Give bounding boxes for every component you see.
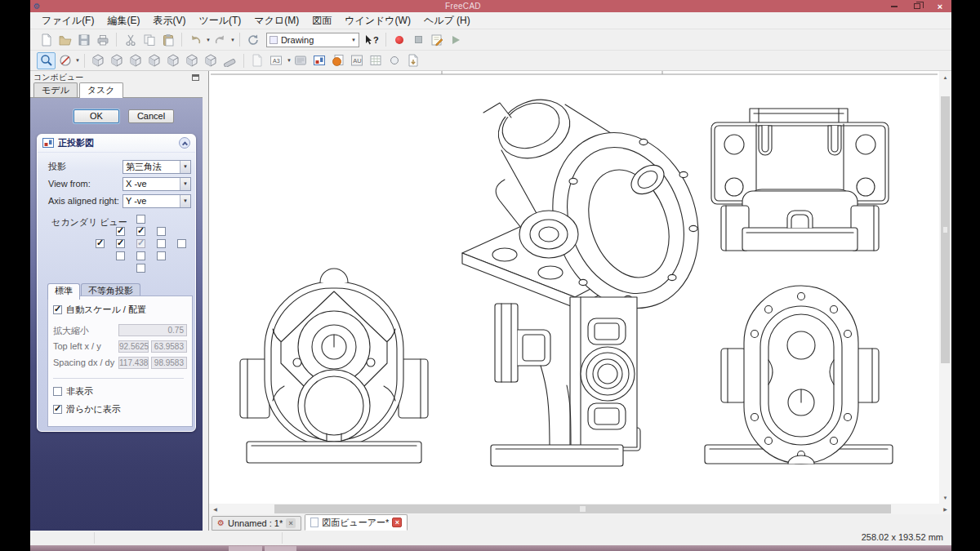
top-view-button[interactable]: [127, 52, 145, 69]
front-view-button[interactable]: [108, 52, 127, 69]
fit-all-button[interactable]: [37, 52, 56, 69]
tab-standard[interactable]: 標準: [47, 283, 80, 300]
new-file-button[interactable]: [37, 31, 56, 48]
scroll-grip: [580, 506, 586, 512]
topleft-x-input[interactable]: 92.5625: [118, 340, 149, 353]
spacing-dx-input[interactable]: 117.438: [118, 357, 149, 369]
auto-scale-checkbox[interactable]: ✓: [53, 305, 62, 314]
drawing-page-viewport[interactable]: [209, 71, 939, 504]
menu-file[interactable]: ファイル(F): [35, 12, 100, 29]
a3-template-button[interactable]: A3: [267, 52, 286, 69]
secondary-view-checkbox[interactable]: ✓: [177, 239, 186, 248]
macro-play-button[interactable]: [447, 31, 466, 48]
vertical-scroll-thumb[interactable]: [941, 96, 950, 363]
ok-button[interactable]: OK: [74, 109, 119, 123]
vertical-scrollbar[interactable]: ▲ ▼: [939, 71, 951, 504]
redo-dropdown-arrow[interactable]: ▼: [230, 38, 235, 42]
print-button[interactable]: [93, 31, 112, 48]
taskbar-item[interactable]: [229, 546, 262, 551]
close-button[interactable]: ×: [929, 0, 951, 12]
symbol-button[interactable]: AU: [348, 52, 367, 69]
secondary-view-checkbox[interactable]: ✓: [136, 251, 145, 260]
smooth-checkbox[interactable]: ✓: [53, 405, 62, 414]
horizontal-scroll-track[interactable]: [221, 504, 939, 514]
secondary-view-checkbox[interactable]: ✓: [116, 227, 125, 236]
cut-button[interactable]: [121, 31, 140, 48]
secondary-view-checkbox[interactable]: ✓: [116, 251, 125, 260]
paste-button[interactable]: [158, 31, 177, 48]
menu-view[interactable]: 表示(V): [146, 12, 192, 29]
doc-tab-close-icon[interactable]: ×: [286, 518, 296, 528]
spreadsheet-view-button[interactable]: [367, 52, 385, 69]
topleft-y-input[interactable]: 63.9583: [151, 340, 187, 353]
draft-view-button[interactable]: [385, 52, 404, 69]
vertical-scroll-track[interactable]: [939, 83, 951, 491]
macro-stop-button[interactable]: [409, 31, 428, 48]
open-file-button[interactable]: [56, 31, 74, 48]
whats-this-button[interactable]: ?: [363, 31, 381, 48]
collapse-button[interactable]: [179, 137, 190, 149]
axonometric-view-button[interactable]: [89, 52, 108, 69]
secondary-view-checkbox[interactable]: ✓: [136, 215, 145, 224]
measure-distance-button[interactable]: [220, 52, 239, 69]
horizontal-scrollbar[interactable]: ◀ ▶: [209, 504, 951, 514]
minimize-button[interactable]: [883, 0, 906, 12]
clip-group-button[interactable]: [329, 52, 348, 69]
scale-input[interactable]: 0.75: [118, 324, 187, 336]
viewer-tab-close-icon[interactable]: ×: [392, 518, 402, 527]
secondary-view-checkbox[interactable]: ✓: [136, 239, 145, 248]
axis-select[interactable]: Y -ve ▼: [122, 194, 191, 208]
hidden-checkbox[interactable]: ✓: [53, 387, 62, 396]
scroll-left-arrow[interactable]: ◀: [209, 504, 221, 514]
export-page-button[interactable]: [404, 52, 423, 69]
secondary-view-checkbox[interactable]: ✓: [157, 227, 166, 236]
spacing-dy-input[interactable]: 98.9583: [151, 357, 187, 369]
scroll-up-arrow[interactable]: ▲: [939, 71, 951, 83]
undo-button[interactable]: [186, 31, 205, 48]
cancel-button[interactable]: Cancel: [128, 109, 174, 123]
tab-model[interactable]: モデル: [33, 82, 78, 97]
task-panel: OK Cancel 正投影図 投影 第三角法: [30, 98, 203, 531]
secondary-view-checkbox[interactable]: ✓: [157, 251, 166, 260]
secondary-view-checkbox[interactable]: ✓: [136, 264, 145, 273]
rear-view-button[interactable]: [164, 52, 183, 69]
left-view-button[interactable]: [202, 52, 220, 69]
template-page-button[interactable]: [292, 52, 310, 69]
axis-label: Axis aligned right:: [48, 196, 119, 206]
projection-select[interactable]: 第三角法 ▼: [122, 160, 191, 174]
menu-edit[interactable]: 編集(E): [100, 12, 146, 29]
menu-help[interactable]: ヘルプ (H): [417, 12, 477, 29]
menu-windows[interactable]: ウインドウ(W): [338, 12, 417, 29]
menu-macro[interactable]: マクロ(M): [247, 12, 305, 29]
view-from-select[interactable]: X -ve ▼: [122, 177, 191, 191]
insert-orthographic-views-button[interactable]: [310, 52, 329, 69]
draw-style-button[interactable]: [56, 52, 74, 69]
restore-button[interactable]: [906, 0, 929, 12]
secondary-view-checkbox[interactable]: ✓: [136, 227, 145, 236]
macro-edit-button[interactable]: [428, 31, 447, 48]
secondary-view-checkbox[interactable]: ✓: [96, 239, 105, 248]
save-button[interactable]: [74, 31, 93, 48]
tab-drawing-viewer[interactable]: 図面ビューアー* ×: [305, 514, 408, 531]
scroll-right-arrow[interactable]: ▶: [939, 504, 951, 514]
float-panel-icon[interactable]: [192, 74, 199, 81]
panel-splitter[interactable]: [203, 71, 208, 531]
menu-tools[interactable]: ツール(T): [192, 12, 247, 29]
new-drawing-page-button[interactable]: [248, 52, 267, 69]
macro-record-button[interactable]: [390, 31, 409, 48]
copy-button[interactable]: [140, 31, 158, 48]
horizontal-scroll-thumb[interactable]: [274, 504, 891, 513]
draw-style-dropdown-arrow[interactable]: ▼: [75, 58, 80, 63]
menu-drawing[interactable]: 図面: [305, 12, 338, 29]
tab-unnamed-document[interactable]: ⚙ Unnamed : 1* ×: [212, 516, 301, 531]
refresh-button[interactable]: [244, 31, 263, 48]
scroll-down-arrow[interactable]: ▼: [939, 491, 951, 504]
right-view-button[interactable]: [145, 52, 164, 69]
redo-button[interactable]: [211, 31, 229, 48]
workbench-selector[interactable]: Drawing ▼: [266, 33, 359, 47]
secondary-view-checkbox[interactable]: ✓: [116, 239, 125, 248]
tab-task[interactable]: タスク: [79, 82, 123, 98]
taskbar-item[interactable]: [265, 546, 296, 551]
secondary-view-checkbox[interactable]: ✓: [157, 239, 166, 248]
bottom-view-button[interactable]: [183, 52, 202, 69]
